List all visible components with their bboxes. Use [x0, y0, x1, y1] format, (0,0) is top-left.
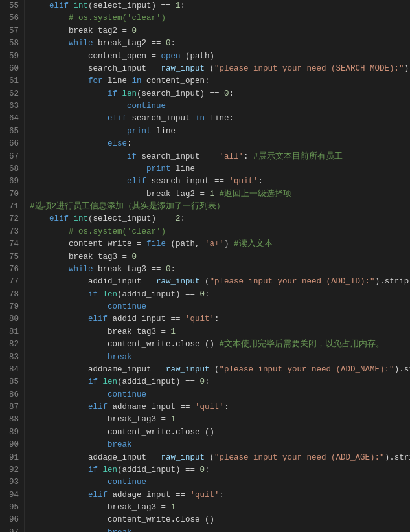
line-number: 81	[3, 326, 19, 338]
code-line: elif search_input in line:	[30, 113, 410, 125]
token-plain: ).strip ()	[385, 453, 410, 462]
token-str: "please input your need (ADD_NAME):"	[220, 365, 394, 374]
code-line: content_write.close () #文本使用完毕后需要关闭，以免占用…	[30, 338, 410, 351]
line-number: 68	[3, 163, 19, 175]
token-plain: break_tag3 =	[30, 252, 132, 261]
token-kw: file	[146, 239, 166, 249]
token-plain: :	[171, 39, 176, 48]
token-plain: search_input =	[30, 64, 161, 73]
code-line: break_tag2 = 1 #返回上一级选择项	[30, 188, 410, 201]
line-number: 57	[3, 25, 19, 38]
line-number: 91	[3, 452, 19, 464]
code-line: break_tag2 = 0	[30, 25, 410, 38]
line-number: 56	[3, 12, 19, 25]
token-plain: :	[229, 89, 234, 98]
code-line: print line	[30, 163, 410, 175]
code-line: # os.system('clear')	[30, 12, 410, 25]
code-line: while break_tag3 == 0:	[30, 263, 410, 276]
code-line: if len(search_input) == 0:	[30, 88, 410, 100]
token-plain: (search_input) ==	[137, 89, 224, 98]
token-plain: :	[181, 214, 186, 223]
token-kw: elif	[30, 214, 74, 223]
code-line: for line in content_open:	[30, 75, 410, 87]
line-number: 76	[3, 263, 19, 276]
token-plain: content_write =	[30, 239, 146, 249]
code-line: print line	[30, 126, 410, 138]
token-plain: (addid_input) ==	[117, 290, 200, 299]
line-number: 94	[3, 489, 19, 502]
token-plain: :	[181, 1, 186, 10]
token-plain: line:	[210, 114, 234, 123]
line-number: 95	[3, 502, 19, 514]
line-number: 79	[3, 301, 19, 313]
token-var: raw_input	[166, 365, 210, 374]
token-plain: addname_input ==	[113, 403, 196, 412]
token-comment: # os.system('clear')	[30, 227, 166, 236]
line-number: 63	[3, 100, 19, 113]
line-number: 67	[3, 151, 19, 163]
token-str: "please input your need (ADD_AGE):"	[214, 453, 385, 462]
code-line: break	[30, 527, 410, 532]
token-var: raw_input	[156, 277, 200, 286]
token-str: 'quit'	[190, 491, 220, 500]
token-plain: ).strip ()	[375, 277, 410, 286]
token-plain: (path,	[166, 239, 205, 249]
code-line: break	[30, 351, 410, 364]
code-line: continue	[30, 100, 410, 113]
line-number: 62	[3, 88, 19, 100]
token-str: 'quit'	[195, 403, 224, 412]
line-number: 89	[3, 427, 19, 439]
code-line: elif addage_input == 'quit':	[30, 489, 410, 502]
token-kw: if	[30, 152, 142, 161]
token-num: 0	[132, 252, 137, 261]
token-plain: line	[176, 164, 195, 173]
token-plain: (	[205, 64, 214, 73]
token-kw: elif	[30, 315, 113, 324]
line-number: 72	[3, 213, 19, 225]
token-comment: #返回上一级选择项	[220, 190, 292, 199]
token-kw: elif	[30, 177, 152, 186]
code-line: break_tag3 = 1	[30, 502, 410, 514]
token-kw: while	[30, 39, 98, 48]
line-number: 65	[3, 126, 19, 138]
token-plain: break_tag2 =	[30, 190, 210, 199]
token-kw: if	[30, 465, 103, 474]
line-number: 85	[3, 376, 19, 388]
token-kw: break	[30, 528, 132, 532]
code-line: content_write.close ()	[30, 427, 410, 439]
token-plain: content_write.close ()	[30, 515, 214, 524]
line-number: 83	[3, 351, 19, 364]
token-builtin: int	[74, 214, 89, 223]
code-line: continue	[30, 301, 410, 313]
token-num: 0	[200, 377, 205, 386]
token-plain: :	[244, 152, 253, 161]
token-plain: break_tag3 =	[30, 327, 171, 337]
token-str: "please input your need (SEARCH MODE):"	[214, 64, 404, 73]
code-line: break	[30, 439, 410, 451]
token-kw: else	[30, 139, 127, 148]
token-plain: ).strip ()	[394, 365, 410, 374]
code-content[interactable]: elif int(select_input) == 1: # os.system…	[25, 0, 410, 532]
token-str: 'all'	[220, 152, 244, 161]
token-plain: addname_input =	[30, 365, 166, 374]
code-line: if len(addid_input) == 0:	[30, 289, 410, 301]
line-number: 73	[3, 226, 19, 238]
token-plain: content_write.close ()	[30, 428, 214, 437]
line-number: 90	[3, 439, 19, 451]
token-plain: line	[108, 76, 132, 85]
line-number: 70	[3, 188, 19, 201]
line-number: 61	[3, 75, 19, 87]
token-comment: #文本使用完毕后需要关闭，以免占用内存。	[220, 340, 385, 349]
line-number: 75	[3, 251, 19, 263]
line-number: 92	[3, 464, 19, 476]
token-plain: (select_input) ==	[88, 1, 176, 10]
token-plain: content_open =	[30, 52, 161, 61]
token-num: 0	[200, 465, 205, 474]
line-number: 87	[3, 401, 19, 414]
line-number: 96	[3, 514, 19, 526]
token-plain: :	[171, 265, 176, 274]
token-kw: print	[30, 164, 176, 173]
code-line: continue	[30, 476, 410, 489]
code-line: if search_input == 'all': #展示文本目前所有员工	[30, 151, 410, 163]
token-str: 'quit'	[229, 177, 258, 186]
